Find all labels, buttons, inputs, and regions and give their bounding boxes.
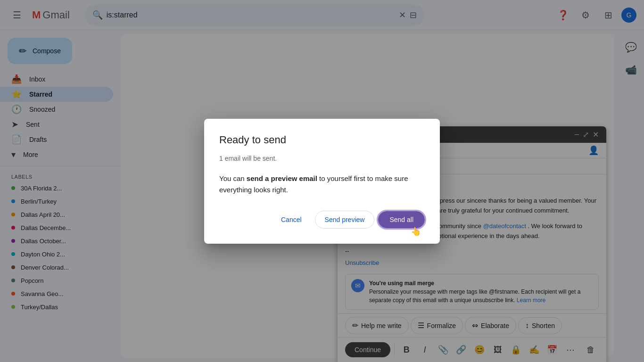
modal-title: Ready to send [219,134,425,146]
modal-overlay[interactable]: Ready to send 1 email will be sent. You … [0,0,644,362]
modal-send-preview-button[interactable]: Send preview [315,211,375,229]
modal-desc-bold: send a preview email [247,174,317,182]
modal-cancel-button[interactable]: Cancel [272,211,311,228]
modal-actions: Cancel Send preview Send all 👆 [219,211,425,229]
modal-send-all-button[interactable]: Send all [378,211,425,228]
modal-desc-part1: You can [219,174,247,182]
send-all-wrapper: Send all 👆 [378,211,425,228]
cursor-icon: 👆 [411,226,421,237]
ready-to-send-modal: Ready to send 1 email will be sent. You … [204,119,440,244]
modal-subtitle: 1 email will be sent. [219,154,425,164]
modal-description: You can send a preview email to yourself… [219,173,425,196]
